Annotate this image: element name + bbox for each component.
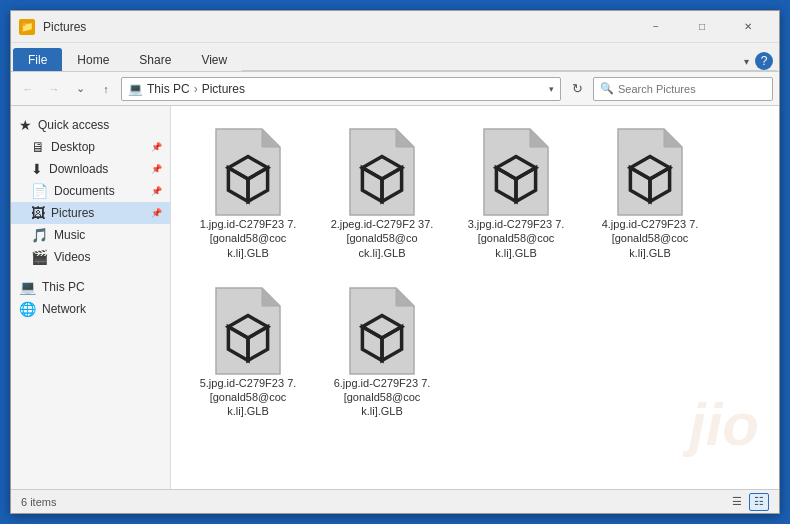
- ribbon-tabs: File Home Share View ▾ ?: [11, 43, 779, 71]
- file-icon-svg: [208, 286, 288, 376]
- pictures-icon: 🖼: [31, 205, 45, 221]
- sidebar-item-downloads[interactable]: ⬇ Downloads 📌: [11, 158, 170, 180]
- window-title: Pictures: [43, 20, 633, 34]
- path-separator-1: ›: [194, 82, 198, 96]
- tab-home[interactable]: Home: [62, 48, 124, 71]
- tab-view[interactable]: View: [186, 48, 242, 71]
- file-name: 2.jpeg.id-C279F2 37.[gonald58@co ck.li].…: [322, 217, 442, 260]
- this-pc-icon: 💻: [19, 279, 36, 295]
- file-item[interactable]: 4.jpg.id-C279F23 7.[gonald58@coc k.li].G…: [585, 118, 715, 269]
- file-icon-svg: [610, 127, 690, 217]
- file-icon-svg: [208, 127, 288, 217]
- close-button[interactable]: ✕: [725, 11, 771, 43]
- music-label: Music: [54, 228, 162, 242]
- window-icon: 📁: [19, 19, 35, 35]
- videos-icon: 🎬: [31, 249, 48, 265]
- file-item[interactable]: 6.jpg.id-C279F23 7.[gonald58@coc k.li].G…: [317, 277, 447, 428]
- downloads-label: Downloads: [49, 162, 145, 176]
- network-label: Network: [42, 302, 162, 316]
- documents-pin-icon: 📌: [151, 186, 162, 196]
- downloads-icon: ⬇: [31, 161, 43, 177]
- tab-file[interactable]: File: [13, 48, 62, 71]
- refresh-button[interactable]: ↻: [565, 77, 589, 101]
- sidebar-item-network[interactable]: 🌐 Network: [11, 298, 170, 320]
- file-icon-svg: [476, 127, 556, 217]
- file-name: 1.jpg.id-C279F23 7.[gonald58@coc k.li].G…: [188, 217, 308, 260]
- tab-share[interactable]: Share: [124, 48, 186, 71]
- desktop-icon: 🖥: [31, 139, 45, 155]
- file-item[interactable]: 5.jpg.id-C279F23 7.[gonald58@coc k.li].G…: [183, 277, 313, 428]
- status-bar: 6 items ☰ ☷: [11, 489, 779, 513]
- window-controls: − □ ✕: [633, 11, 771, 43]
- maximize-button[interactable]: □: [679, 11, 725, 43]
- this-pc-label: This PC: [42, 280, 162, 294]
- desktop-pin-icon: 📌: [151, 142, 162, 152]
- search-icon: 🔍: [600, 82, 614, 95]
- pictures-pin-icon: 📌: [151, 208, 162, 218]
- videos-label: Videos: [54, 250, 162, 264]
- file-explorer-window: 📁 Pictures − □ ✕ File Home Share View ▾ …: [10, 10, 780, 514]
- detail-view-button[interactable]: ☷: [749, 493, 769, 511]
- file-name: 6.jpg.id-C279F23 7.[gonald58@coc k.li].G…: [322, 376, 442, 419]
- ribbon-expand-button[interactable]: ▾: [744, 56, 749, 67]
- file-icon-svg: [342, 127, 422, 217]
- file-icon-svg: [342, 286, 422, 376]
- grid-view-button[interactable]: ☰: [727, 493, 747, 511]
- path-dropdown-icon[interactable]: ▾: [549, 84, 554, 94]
- title-bar: 📁 Pictures − □ ✕: [11, 11, 779, 43]
- path-pictures[interactable]: Pictures: [202, 82, 245, 96]
- file-name: 4.jpg.id-C279F23 7.[gonald58@coc k.li].G…: [590, 217, 710, 260]
- sidebar-item-quick-access[interactable]: ★ Quick access: [11, 114, 170, 136]
- sidebar-item-desktop[interactable]: 🖥 Desktop 📌: [11, 136, 170, 158]
- file-item[interactable]: 1.jpg.id-C279F23 7.[gonald58@coc k.li].G…: [183, 118, 313, 269]
- search-box[interactable]: 🔍: [593, 77, 773, 101]
- view-buttons: ☰ ☷: [727, 493, 769, 511]
- sidebar-item-pictures[interactable]: 🖼 Pictures 📌: [11, 202, 170, 224]
- forward-button[interactable]: →: [43, 78, 65, 100]
- content-area: jio 1.jpg.id-C279F23 7.[gonald58@coc k.l…: [171, 106, 779, 489]
- pictures-label: Pictures: [51, 206, 145, 220]
- quick-access-label: Quick access: [38, 118, 162, 132]
- item-count: 6 items: [21, 496, 56, 508]
- file-item[interactable]: 3.jpg.id-C279F23 7.[gonald58@coc k.li].G…: [451, 118, 581, 269]
- help-button[interactable]: ?: [755, 52, 773, 70]
- file-name: 3.jpg.id-C279F23 7.[gonald58@coc k.li].G…: [456, 217, 576, 260]
- documents-label: Documents: [54, 184, 145, 198]
- sidebar-item-this-pc[interactable]: 💻 This PC: [11, 276, 170, 298]
- documents-icon: 📄: [31, 183, 48, 199]
- desktop-label: Desktop: [51, 140, 145, 154]
- sidebar: ★ Quick access 🖥 Desktop 📌 ⬇ Downloads 📌…: [11, 106, 171, 489]
- file-item[interactable]: 2.jpeg.id-C279F2 37.[gonald58@co ck.li].…: [317, 118, 447, 269]
- up-dropdown-button[interactable]: ⌄: [69, 78, 91, 100]
- quick-access-icon: ★: [19, 117, 32, 133]
- title-bar-icons: 📁: [19, 19, 35, 35]
- sidebar-item-documents[interactable]: 📄 Documents 📌: [11, 180, 170, 202]
- path-this-pc[interactable]: This PC: [147, 82, 190, 96]
- file-name: 5.jpg.id-C279F23 7.[gonald58@coc k.li].G…: [188, 376, 308, 419]
- up-button[interactable]: ↑: [95, 78, 117, 100]
- sidebar-item-music[interactable]: 🎵 Music: [11, 224, 170, 246]
- main-layout: ★ Quick access 🖥 Desktop 📌 ⬇ Downloads 📌…: [11, 106, 779, 489]
- downloads-pin-icon: 📌: [151, 164, 162, 174]
- back-button[interactable]: ←: [17, 78, 39, 100]
- search-input[interactable]: [618, 83, 766, 95]
- path-icon: 💻: [128, 82, 143, 96]
- address-bar: ← → ⌄ ↑ 💻 This PC › Pictures ▾ ↻ 🔍: [11, 72, 779, 106]
- address-path[interactable]: 💻 This PC › Pictures ▾: [121, 77, 561, 101]
- file-grid: 1.jpg.id-C279F23 7.[gonald58@coc k.li].G…: [183, 118, 767, 428]
- sidebar-item-videos[interactable]: 🎬 Videos: [11, 246, 170, 268]
- music-icon: 🎵: [31, 227, 48, 243]
- ribbon: File Home Share View ▾ ?: [11, 43, 779, 72]
- minimize-button[interactable]: −: [633, 11, 679, 43]
- network-icon: 🌐: [19, 301, 36, 317]
